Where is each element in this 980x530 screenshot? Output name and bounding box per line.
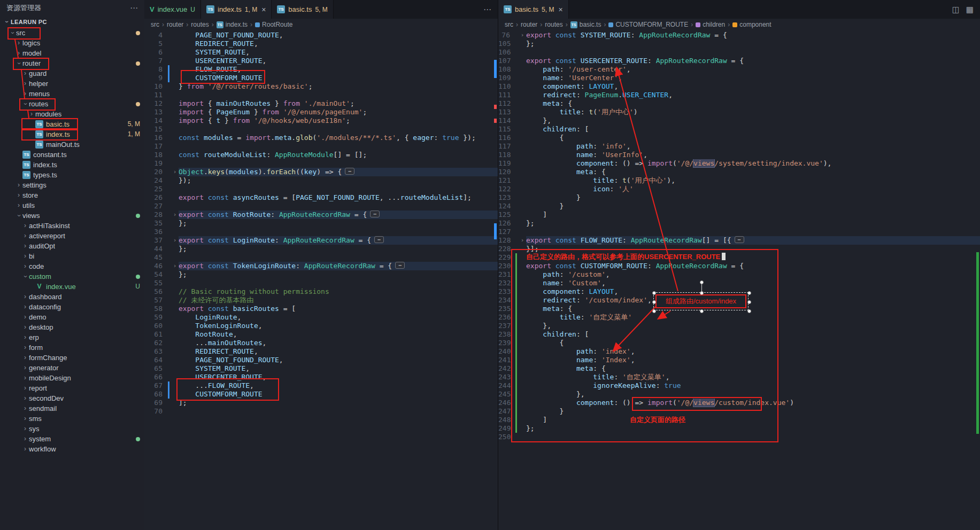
code-line[interactable]: 69]; [144, 399, 498, 407]
code-line[interactable]: 9 CUSTOMFORM_ROUTE [144, 74, 498, 82]
code-line[interactable]: 18const routeModuleList: AppRouteModule[… [144, 151, 498, 159]
code-line[interactable]: 35}; [144, 219, 498, 228]
breadcrumb-item-basic.ts[interactable]: TSbasic.ts [570, 21, 601, 28]
code-line[interactable]: 61 RootRoute, [144, 330, 498, 339]
code-line[interactable]: 59 LoginRoute, [144, 313, 498, 322]
tree-item-form[interactable]: ›form [0, 342, 144, 353]
code-line[interactable]: 16const modules = import.meta.glob('./mo… [144, 134, 498, 142]
code-line[interactable]: 240 path: 'index', [498, 347, 980, 356]
tree-item-activereport[interactable]: ›activereport [0, 231, 144, 241]
code-line[interactable]: 249}; [498, 424, 980, 433]
tree-item-secondDev[interactable]: ›secondDev [0, 393, 144, 403]
code-line[interactable]: 231 path: '/custom', [498, 270, 980, 279]
code-line[interactable]: 113 title: t('用户中心') [498, 108, 980, 116]
workspace-section[interactable]: › LEARUN PC [0, 16, 144, 28]
code-line[interactable]: 15 [144, 125, 498, 134]
code-line[interactable]: 68 CUSTOMFORM_ROUTE [144, 390, 498, 399]
code-line[interactable]: 122 icon: '人' [498, 185, 980, 193]
tab-index.ts[interactable]: TSindex.ts1, M× [201, 0, 272, 19]
code-line[interactable]: 12import { mainOutRoutes } from './mainO… [144, 99, 498, 108]
fold-chevron-icon[interactable]: › [519, 31, 526, 40]
code-line[interactable]: 232 name: 'Custom', [498, 279, 980, 287]
code-line[interactable]: 108 path: '/user-center', [498, 65, 980, 74]
code-line[interactable]: 241 name: 'Index', [498, 356, 980, 364]
tree-item-system[interactable]: ›system [0, 434, 144, 444]
code-line[interactable]: 246 component: () => import('/@/views/cu… [498, 399, 980, 407]
breadcrumb-item-routes[interactable]: routes [191, 21, 209, 28]
tree-item-index.ts[interactable]: ›TSindex.ts1, M [0, 129, 144, 139]
code-line[interactable]: 239 { [498, 339, 980, 347]
code-line[interactable]: 44}; [144, 245, 498, 253]
more-actions-icon[interactable]: ⋯ [483, 5, 491, 14]
tree-item-views[interactable]: ›views [0, 211, 144, 221]
code-line[interactable]: 27 [144, 202, 498, 211]
code-line[interactable]: 107export const USERCENTER_ROUTE: AppRou… [498, 57, 980, 65]
code-line[interactable]: 45 [144, 253, 498, 262]
fold-chevron-icon[interactable]: › [519, 236, 526, 245]
code-line[interactable]: 120 meta: { [498, 168, 980, 176]
code-line[interactable]: 54}; [144, 270, 498, 279]
tree-item-actHiTaskinst[interactable]: ›actHiTaskinst [0, 221, 144, 231]
code-line[interactable]: 117 path: 'info', [498, 142, 980, 151]
code-line[interactable]: 229 [498, 253, 980, 262]
code-line[interactable]: 58export const basicRoutes = [ [144, 305, 498, 313]
tree-item-basic.ts[interactable]: ›TSbasic.ts5, M [0, 119, 144, 129]
code-line[interactable]: 112 meta: { [498, 99, 980, 108]
breadcrumb-item-RootRoute[interactable]: RootRoute [255, 21, 292, 28]
tree-item-settings[interactable]: ›settings [0, 180, 144, 190]
code-line[interactable]: 230export const CUSTOMFORM_ROUTE: AppRou… [498, 262, 980, 270]
tree-item-desktop[interactable]: ›desktop [0, 322, 144, 332]
code-line[interactable]: 237 }, [498, 322, 980, 330]
code-line[interactable]: 115 children: [ [498, 125, 980, 134]
code-line[interactable]: 17 [144, 142, 498, 151]
breadcrumb-item-src[interactable]: src [151, 21, 159, 28]
tree-item-formChange[interactable]: ›formChange [0, 353, 144, 363]
code-line[interactable]: 236 title: '自定义菜单' [498, 313, 980, 322]
fold-chevron-icon[interactable]: › [171, 236, 179, 245]
breadcrumb-item-src[interactable]: src [505, 21, 513, 28]
code-line[interactable]: 110 component: LAYOUT, [498, 82, 980, 91]
code-line[interactable]: 250 [498, 433, 980, 441]
code-line[interactable]: 26export const asyncRoutes = [PAGE_NOT_F… [144, 193, 498, 202]
breadcrumb-item-routes[interactable]: routes [545, 21, 562, 28]
fold-chevron-icon[interactable]: › [171, 168, 179, 176]
code-line[interactable]: 37›export const LoginRoute: AppRouteReco… [144, 236, 498, 245]
code-line[interactable]: 20›Object.keys(modules).forEach((key) =>… [144, 168, 498, 176]
code-line[interactable]: 6 SYSTEM_ROUTE, [144, 48, 498, 57]
code-line[interactable]: 25 [144, 185, 498, 193]
explorer-more-icon[interactable]: ⋯ [130, 3, 138, 13]
code-line[interactable]: 24}); [144, 176, 498, 185]
code-line[interactable]: 119 component: () => import('/@/views/sy… [498, 159, 980, 168]
code-line[interactable]: 19 [144, 159, 498, 168]
code-line[interactable]: 247 } [498, 407, 980, 416]
code-line[interactable]: 11 [144, 91, 498, 99]
tree-item-dashboard[interactable]: ›dashboard [0, 292, 144, 302]
tree-item-bi[interactable]: ›bi [0, 251, 144, 261]
tree-item-workflow[interactable]: ›workflow [0, 444, 144, 454]
tab-basic.ts[interactable]: TSbasic.ts5, M [272, 0, 333, 19]
code-line[interactable]: 62 ...mainOutRoutes, [144, 339, 498, 347]
code-line[interactable]: 36 [144, 228, 498, 236]
code-line[interactable]: 244 ignoreKeepAlive: true [498, 381, 980, 390]
code-line[interactable]: 60 TokenLoginRoute, [144, 322, 498, 330]
code-line[interactable]: 248 ] [498, 416, 980, 424]
code-line[interactable]: 56// Basic routing without permissions [144, 287, 498, 296]
code-line[interactable]: 13import { PageEnum } from '/@/enums/pag… [144, 108, 498, 116]
tree-item-dataconfig[interactable]: ›dataconfig [0, 302, 144, 312]
tree-item-generator[interactable]: ›generator [0, 363, 144, 373]
fold-chevron-icon[interactable]: › [171, 262, 179, 270]
tree-item-model[interactable]: ›model [0, 48, 144, 58]
tree-item-constant.ts[interactable]: ›TSconstant.ts [0, 150, 144, 160]
code-line[interactable]: 116 { [498, 134, 980, 142]
code-line[interactable]: 242 meta: { [498, 364, 980, 373]
code-line[interactable]: 243 title: '自定义菜单', [498, 373, 980, 381]
tree-item-index.vue[interactable]: ›Vindex.vueU [0, 282, 144, 292]
code-editor-index-ts[interactable]: 4 PAGE_NOT_FOUND_ROUTE,5 REDIRECT_ROUTE,… [144, 31, 498, 416]
code-line[interactable]: 125 ] [498, 211, 980, 219]
tab-index.vue[interactable]: Vindex.vueU [144, 0, 201, 19]
tree-item-index.ts[interactable]: ›TSindex.ts [0, 160, 144, 170]
code-line[interactable]: 57// 未经许可的基本路由 [144, 296, 498, 305]
code-line[interactable]: 128›export const FLOW_ROUTE: AppRouteRec… [498, 236, 980, 245]
code-line[interactable]: 235 meta: { [498, 305, 980, 313]
tree-item-store[interactable]: ›store [0, 190, 144, 200]
